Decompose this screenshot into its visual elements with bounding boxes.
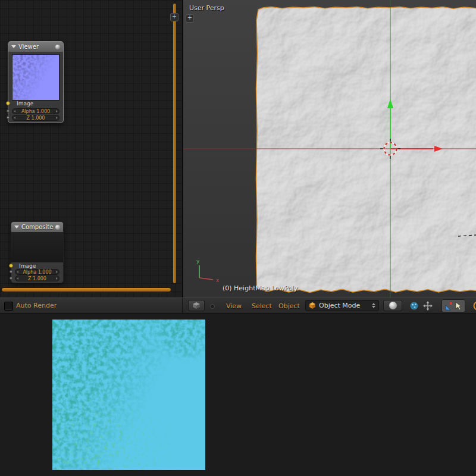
mode-dropdown[interactable]: Object Mode [305, 300, 379, 311]
pivot-point-icon[interactable] [409, 301, 419, 311]
view-perspective-label: User Persp [189, 4, 224, 12]
viewer-node-header[interactable]: Viewer [8, 42, 63, 52]
header-bar: Auto Render View Select Object [0, 298, 476, 314]
viewer-image-label: Image [17, 101, 33, 107]
material-sphere-icon [55, 225, 60, 230]
composite-image-label: Image [19, 263, 36, 269]
viewer-node[interactable]: Viewer Image [8, 41, 64, 123]
viewport-shading-button[interactable] [383, 300, 402, 311]
composite-image-socket[interactable] [9, 264, 13, 268]
expand-region-icon[interactable]: + [186, 14, 194, 23]
material-sphere-icon [55, 45, 60, 49]
composite-alpha-socket[interactable] [10, 270, 12, 273]
expand-region-icon[interactable]: + [170, 13, 178, 21]
cursor-select-icon[interactable] [455, 302, 462, 311]
active-object-label: (0) HeightMap LowPoly [223, 284, 298, 292]
composite-node-preview [11, 232, 63, 262]
normal-map-image [52, 320, 205, 470]
composite-z-socket[interactable] [10, 277, 12, 280]
viewer-image-socket[interactable] [6, 101, 10, 105]
viewer-node-preview [12, 54, 60, 101]
composite-z-field[interactable]: Z 1.000 [15, 275, 60, 281]
composite-alpha-field[interactable]: Alpha 1.000 [15, 269, 60, 275]
collapse-triangle-icon[interactable] [14, 226, 19, 228]
axis-y-label: y [196, 258, 200, 264]
editor-type-button[interactable] [188, 300, 205, 311]
menu-view[interactable]: View [226, 302, 242, 310]
manipulator-rotate-icon[interactable] [468, 301, 476, 311]
mode-dropdown-label: Object Mode [319, 302, 360, 309]
mini-axis-gizmo: y x [196, 258, 220, 283]
composite-node-title: Composite [21, 224, 53, 230]
auto-render-label: Auto Render [16, 302, 57, 309]
composite-node-header[interactable]: Composite [11, 222, 63, 232]
manipulator-translate-icon[interactable] [444, 302, 453, 311]
manipulator-move-icon[interactable] [423, 301, 433, 311]
axis-x-label: x [216, 277, 220, 283]
shading-sphere-icon [389, 302, 397, 309]
viewport-canvas[interactable]: y x User Persp (0) HeightMap LowPoly + [183, 0, 476, 298]
image-editor-canvas[interactable] [0, 314, 476, 476]
viewer-alpha-socket[interactable] [7, 109, 10, 112]
node-editor-vertical-scrollbar[interactable] [173, 4, 176, 283]
menu-object[interactable]: Object [278, 302, 300, 310]
viewer-alpha-field[interactable]: Alpha 1.000 [12, 108, 60, 114]
viewer-z-socket[interactable] [7, 116, 10, 119]
manipulator-toggle-group [441, 299, 465, 312]
node-editor-horizontal-scrollbar[interactable] [1, 287, 171, 292]
viewport-header-bar: View Select Object Object Mode [183, 298, 476, 313]
header-pin-icon[interactable] [210, 304, 215, 309]
dropdown-arrows-icon [372, 303, 375, 308]
collapse-triangle-icon[interactable] [11, 45, 16, 48]
node-editor-header-bar: Auto Render [0, 298, 183, 313]
viewer-z-field[interactable]: Z 1.000 [12, 115, 60, 121]
viewer-node-title: Viewer [18, 43, 39, 50]
viewport-editor-icon [192, 302, 201, 309]
object-mode-cube-icon [309, 302, 316, 309]
blender-window: Viewer Image [0, 0, 476, 476]
auto-render-checkbox[interactable] [4, 302, 13, 311]
menu-select[interactable]: Select [252, 302, 272, 310]
composite-node[interactable]: Composite Image Alpha 1.000 Z 1.000 [11, 221, 64, 283]
viewport-scene: y x [183, 0, 476, 298]
node-editor-canvas[interactable]: Viewer Image [0, 0, 183, 298]
